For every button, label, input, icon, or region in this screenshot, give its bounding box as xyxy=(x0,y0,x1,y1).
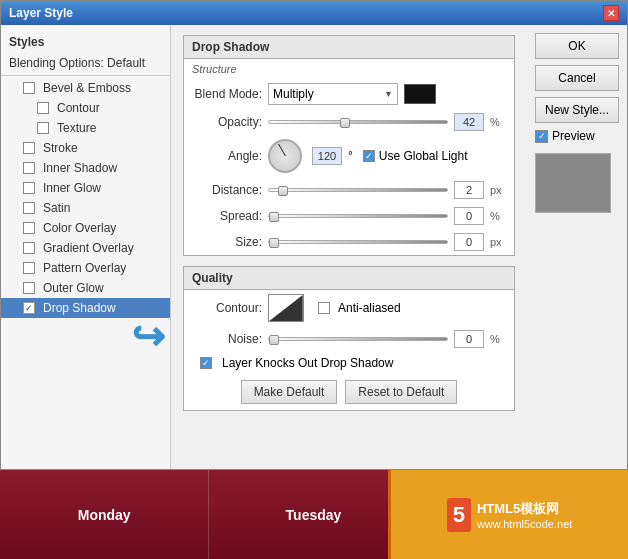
angle-row: Angle: 120 ° ✓ Use Global Light xyxy=(184,135,514,177)
quality-panel: Quality Contour: Anti-aliased xyxy=(183,266,515,411)
window-title: Layer Style xyxy=(9,6,73,20)
global-light-checkbox[interactable]: ✓ xyxy=(363,150,375,162)
spread-slider-track[interactable] xyxy=(268,214,448,218)
preview-label-text: Preview xyxy=(552,129,595,143)
opacity-unit: % xyxy=(490,116,506,128)
make-default-button[interactable]: Make Default xyxy=(241,380,338,404)
blend-mode-dropdown[interactable]: Multiply ▼ xyxy=(268,83,398,105)
spread-row: Spread: 0 % xyxy=(184,203,514,229)
noise-unit: % xyxy=(490,333,506,345)
preview-row: ✓ Preview xyxy=(535,129,619,143)
content-area: Styles Blending Options: Default Bevel &… xyxy=(1,25,627,469)
size-unit: px xyxy=(490,236,506,248)
noise-slider-thumb[interactable] xyxy=(269,335,279,345)
structure-label: Structure xyxy=(184,59,514,79)
satin-checkbox[interactable] xyxy=(23,202,35,214)
new-style-button[interactable]: New Style... xyxy=(535,97,619,123)
noise-input[interactable]: 0 xyxy=(454,330,484,348)
outer-glow-label: Outer Glow xyxy=(43,281,104,295)
angle-label: Angle: xyxy=(192,149,262,163)
inner-shadow-checkbox[interactable] xyxy=(23,162,35,174)
anti-aliased-row: Anti-aliased xyxy=(318,301,401,315)
sidebar-item-gradient-overlay[interactable]: Gradient Overlay xyxy=(1,238,170,258)
size-slider-track[interactable] xyxy=(268,240,448,244)
pattern-overlay-checkbox[interactable] xyxy=(23,262,35,274)
opacity-slider-container xyxy=(268,120,448,124)
color-overlay-checkbox[interactable] xyxy=(23,222,35,234)
main-panel: Drop Shadow Structure Blend Mode: Multip… xyxy=(171,25,527,469)
opacity-input[interactable]: 42 xyxy=(454,113,484,131)
drop-shadow-checkbox[interactable]: ✓ xyxy=(23,302,35,314)
sidebar-item-drop-shadow[interactable]: ✓ Drop Shadow xyxy=(1,298,170,318)
texture-checkbox[interactable] xyxy=(37,122,49,134)
blend-color-box[interactable] xyxy=(404,84,436,104)
reset-to-default-button[interactable]: Reset to Default xyxy=(345,380,457,404)
quality-header: Quality xyxy=(184,267,514,290)
gradient-overlay-checkbox[interactable] xyxy=(23,242,35,254)
distance-slider-track[interactable] xyxy=(268,188,448,192)
satin-label: Satin xyxy=(43,201,70,215)
outer-glow-checkbox[interactable] xyxy=(23,282,35,294)
svg-marker-0 xyxy=(269,295,302,321)
spread-slider-thumb[interactable] xyxy=(269,212,279,222)
preview-checkbox[interactable]: ✓ xyxy=(535,130,548,143)
opacity-slider-track[interactable] xyxy=(268,120,448,124)
distance-slider-container xyxy=(268,188,448,192)
size-slider-thumb[interactable] xyxy=(269,238,279,248)
spread-unit: % xyxy=(490,210,506,222)
noise-slider-container xyxy=(268,337,448,341)
sidebar: Styles Blending Options: Default Bevel &… xyxy=(1,25,171,469)
bevel-emboss-label: Bevel & Emboss xyxy=(43,81,131,95)
sidebar-item-satin[interactable]: Satin xyxy=(1,198,170,218)
distance-input[interactable]: 2 xyxy=(454,181,484,199)
sidebar-item-color-overlay[interactable]: Color Overlay xyxy=(1,218,170,238)
sidebar-item-contour[interactable]: Contour xyxy=(1,98,170,118)
noise-row: Noise: 0 % xyxy=(184,326,514,352)
sidebar-item-outer-glow[interactable]: Outer Glow xyxy=(1,278,170,298)
layer-knocks-checkbox[interactable]: ✓ xyxy=(200,357,212,369)
stroke-checkbox[interactable] xyxy=(23,142,35,154)
inner-glow-checkbox[interactable] xyxy=(23,182,35,194)
spread-input[interactable]: 0 xyxy=(454,207,484,225)
ok-button[interactable]: OK xyxy=(535,33,619,59)
sidebar-item-inner-glow[interactable]: Inner Glow xyxy=(1,178,170,198)
size-row: Size: 0 px xyxy=(184,229,514,255)
angle-needle xyxy=(278,144,286,157)
texture-label: Texture xyxy=(57,121,96,135)
drop-shadow-header: Drop Shadow xyxy=(184,36,514,59)
layer-style-window: Layer Style ✕ Styles Blending Options: D… xyxy=(0,0,628,470)
sidebar-item-pattern-overlay[interactable]: Pattern Overlay xyxy=(1,258,170,278)
noise-slider-track[interactable] xyxy=(268,337,448,341)
styles-title: Styles xyxy=(1,31,170,53)
contour-preview[interactable] xyxy=(268,294,304,322)
blend-mode-row: Blend Mode: Multiply ▼ xyxy=(184,79,514,109)
close-button[interactable]: ✕ xyxy=(603,5,619,21)
angle-dial[interactable] xyxy=(268,139,302,173)
bottom-tab-monday[interactable]: Monday xyxy=(0,470,209,559)
blend-mode-label: Blend Mode: xyxy=(192,87,262,101)
watermark-text: HTML5模板网 www.html5code.net xyxy=(477,500,572,530)
size-input[interactable]: 0 xyxy=(454,233,484,251)
sidebar-item-bevel-emboss[interactable]: Bevel & Emboss xyxy=(1,78,170,98)
sidebar-item-inner-shadow[interactable]: Inner Shadow xyxy=(1,158,170,178)
drop-shadow-panel: Drop Shadow Structure Blend Mode: Multip… xyxy=(183,35,515,256)
title-bar: Layer Style ✕ xyxy=(1,1,627,25)
stroke-label: Stroke xyxy=(43,141,78,155)
distance-label: Distance: xyxy=(192,183,262,197)
sidebar-item-blending[interactable]: Blending Options: Default xyxy=(1,53,170,73)
sidebar-item-stroke[interactable]: Stroke xyxy=(1,138,170,158)
spread-label: Spread: xyxy=(192,209,262,223)
global-light-row: ✓ Use Global Light xyxy=(363,149,468,163)
cancel-button[interactable]: Cancel xyxy=(535,65,619,91)
noise-label: Noise: xyxy=(192,332,262,346)
anti-aliased-checkbox[interactable] xyxy=(318,302,330,314)
bevel-emboss-checkbox[interactable] xyxy=(23,82,35,94)
contour-checkbox[interactable] xyxy=(37,102,49,114)
anti-aliased-label: Anti-aliased xyxy=(338,301,401,315)
contour-row: Contour: Anti-aliased xyxy=(184,290,514,326)
distance-slider-thumb[interactable] xyxy=(278,186,288,196)
gradient-overlay-label: Gradient Overlay xyxy=(43,241,134,255)
angle-input[interactable]: 120 xyxy=(312,147,342,165)
opacity-slider-thumb[interactable] xyxy=(340,118,350,128)
sidebar-item-texture[interactable]: Texture xyxy=(1,118,170,138)
